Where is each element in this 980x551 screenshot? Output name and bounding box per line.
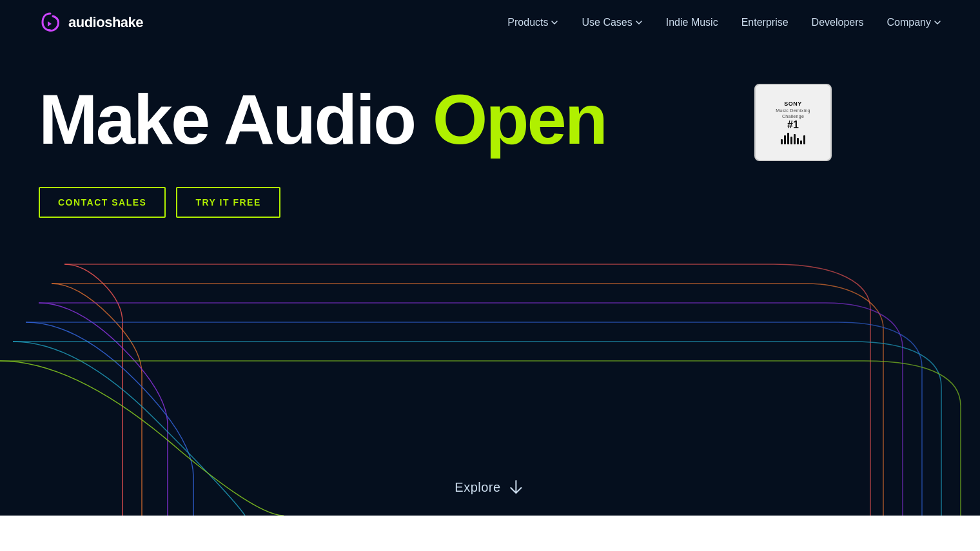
nav-link-enterprise[interactable]: Enterprise <box>741 17 789 28</box>
chevron-down-icon <box>934 19 941 26</box>
nav-item-enterprise[interactable]: Enterprise <box>741 17 789 28</box>
sony-waveform <box>781 131 805 144</box>
chevron-down-icon <box>551 19 558 26</box>
nav-link-use-cases[interactable]: Use Cases <box>582 17 642 28</box>
bottom-section <box>0 516 980 551</box>
nav-item-developers[interactable]: Developers <box>812 17 864 28</box>
nav-item-products[interactable]: Products <box>507 17 558 28</box>
nav-menu: Products Use Cases Indie Music Enterpris… <box>507 17 941 28</box>
hero-buttons: CONTACT SALES TRY IT FREE <box>39 187 941 218</box>
logo-text: audioshake <box>68 14 143 31</box>
headline-prefix: Make Audio <box>39 79 433 159</box>
logo[interactable]: audioshake <box>39 11 143 34</box>
try-it-free-button[interactable]: TRY IT FREE <box>176 187 280 218</box>
hero-headline: Make Audio Open <box>39 84 619 155</box>
sony-brand: SONY <box>784 101 802 108</box>
nav-item-indie-music[interactable]: Indie Music <box>666 17 718 28</box>
audioshake-logo-icon <box>39 11 62 34</box>
explore-label: Explore <box>455 480 500 495</box>
sony-badge: SONY Music Demixing Challenge #1 <box>754 84 832 161</box>
arrow-down-icon <box>507 478 525 496</box>
nav-link-company[interactable]: Company <box>887 17 941 28</box>
hero-section: Make Audio Open CONTACT SALES TRY IT FRE… <box>0 45 980 516</box>
nav-link-products[interactable]: Products <box>507 17 558 28</box>
chevron-down-icon <box>635 19 643 26</box>
explore-section[interactable]: Explore <box>455 478 525 496</box>
sony-rank: #1 <box>787 120 799 130</box>
nav-item-use-cases[interactable]: Use Cases <box>582 17 642 28</box>
navigation: audioshake Products Use Cases Indie Musi… <box>0 0 980 45</box>
nav-link-developers[interactable]: Developers <box>812 17 864 28</box>
sony-line2: Challenge <box>782 114 804 119</box>
decorative-curves <box>0 245 980 516</box>
contact-sales-button[interactable]: CONTACT SALES <box>39 187 166 218</box>
sony-badge-content: SONY Music Demixing Challenge #1 <box>776 101 810 145</box>
headline-accent: Open <box>433 79 606 159</box>
sony-line1: Music Demixing <box>776 108 810 113</box>
nav-item-company[interactable]: Company <box>887 17 941 28</box>
nav-link-indie-music[interactable]: Indie Music <box>666 17 718 28</box>
